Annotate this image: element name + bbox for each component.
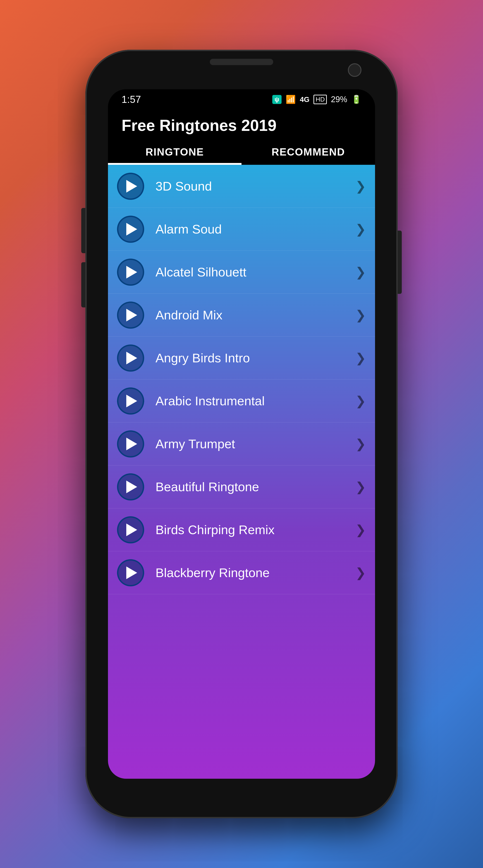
play-button[interactable]: [117, 473, 144, 500]
play-icon: [126, 566, 137, 579]
play-button[interactable]: [117, 216, 144, 243]
list-item[interactable]: Angry Birds Intro ❯: [108, 337, 375, 379]
power-button[interactable]: [398, 230, 402, 294]
volume-up-button[interactable]: [81, 208, 85, 253]
wifi-icon: 📶: [286, 95, 296, 104]
phone-frame: 1:57 ψ 📶 4G HD 29% 🔋 Free Ringtones 2019…: [85, 50, 398, 818]
ringtone-name: Alcatel Silhouett: [155, 265, 351, 279]
play-button[interactable]: [117, 302, 144, 329]
chevron-right-icon: ❯: [356, 265, 366, 279]
volume-down-button[interactable]: [81, 262, 85, 307]
ringtone-name: Beautiful Ringtone: [155, 479, 351, 494]
phone-screen: 1:57 ψ 📶 4G HD 29% 🔋 Free Ringtones 2019…: [108, 89, 375, 779]
play-button[interactable]: [117, 173, 144, 200]
play-icon: [126, 180, 137, 193]
list-item[interactable]: Beautiful Ringtone ❯: [108, 465, 375, 508]
status-time: 1:57: [121, 94, 141, 105]
play-icon: [126, 524, 137, 536]
status-icons: ψ 📶 4G HD 29% 🔋: [272, 95, 362, 104]
chevron-right-icon: ❯: [356, 308, 366, 322]
play-button[interactable]: [117, 559, 144, 586]
play-icon: [126, 223, 137, 236]
chevron-right-icon: ❯: [356, 436, 366, 451]
ringtone-name: Army Trumpet: [155, 436, 351, 451]
play-button[interactable]: [117, 258, 144, 286]
status-bar: 1:57 ψ 📶 4G HD 29% 🔋: [108, 89, 375, 110]
list-item[interactable]: Birds Chirping Remix ❯: [108, 508, 375, 551]
play-icon: [126, 480, 137, 493]
chevron-right-icon: ❯: [356, 394, 366, 408]
ringtone-content: 3D Sound ❯ Alarm Soud ❯ Alcatel Silhouet…: [108, 165, 375, 779]
tab-recommend[interactable]: RECOMMEND: [242, 139, 375, 165]
app-title: Free Ringtones 2019: [121, 116, 362, 134]
ringtone-name: 3D Sound: [155, 179, 351, 193]
ringtone-list: 3D Sound ❯ Alarm Soud ❯ Alcatel Silhouet…: [108, 165, 375, 594]
play-icon: [126, 352, 137, 364]
ringtone-name: Arabic Instrumental: [155, 394, 351, 408]
play-button[interactable]: [117, 388, 144, 414]
play-icon: [126, 309, 137, 321]
list-item[interactable]: 3D Sound ❯: [108, 165, 375, 208]
play-button[interactable]: [117, 430, 144, 458]
chevron-right-icon: ❯: [356, 350, 366, 365]
list-item[interactable]: Alarm Soud ❯: [108, 208, 375, 251]
ringtone-name: Alarm Soud: [155, 222, 351, 237]
list-item[interactable]: Alcatel Silhouett ❯: [108, 251, 375, 293]
ringtone-name: Blackberry Ringtone: [155, 565, 351, 580]
list-item[interactable]: Arabic Instrumental ❯: [108, 379, 375, 423]
list-item[interactable]: Blackberry Ringtone ❯: [108, 551, 375, 594]
list-item[interactable]: Army Trumpet ❯: [108, 423, 375, 465]
chevron-right-icon: ❯: [356, 222, 366, 237]
play-icon: [126, 438, 137, 450]
front-camera: [348, 63, 362, 77]
tab-bar: RINGTONE RECOMMEND: [108, 139, 375, 165]
app-bar: Free Ringtones 2019: [108, 110, 375, 139]
ringtone-name: Android Mix: [155, 308, 351, 322]
hd-icon: HD: [313, 95, 326, 104]
ringtone-name: Birds Chirping Remix: [155, 522, 351, 537]
speaker-grille: [210, 59, 273, 65]
usb-icon: ψ: [272, 95, 282, 104]
chevron-right-icon: ❯: [356, 522, 366, 537]
ringtone-name: Angry Birds Intro: [155, 350, 351, 365]
play-button[interactable]: [117, 344, 144, 372]
play-icon: [126, 395, 137, 407]
tab-ringtone[interactable]: RINGTONE: [108, 139, 242, 165]
list-item[interactable]: Android Mix ❯: [108, 293, 375, 337]
play-icon: [126, 266, 137, 278]
battery-icon: 🔋: [351, 95, 362, 104]
chevron-right-icon: ❯: [356, 565, 366, 580]
play-button[interactable]: [117, 516, 144, 544]
signal-icon: 4G: [300, 95, 310, 104]
chevron-right-icon: ❯: [356, 479, 366, 494]
battery-level: 29%: [331, 95, 347, 104]
chevron-right-icon: ❯: [356, 179, 366, 193]
